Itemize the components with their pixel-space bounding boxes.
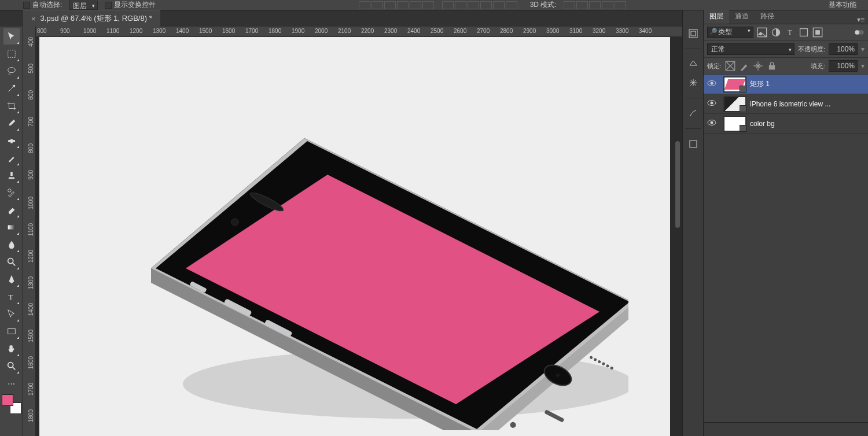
align-icon[interactable]	[372, 1, 383, 9]
align-icon[interactable]	[384, 1, 396, 9]
distribute-icon[interactable]	[455, 1, 466, 9]
move-tool[interactable]	[3, 28, 20, 45]
layer-filter-kind[interactable]: 类型	[707, 27, 753, 38]
color-swatches[interactable]	[2, 394, 21, 414]
opacity-input[interactable]: 100%	[829, 43, 858, 55]
visibility-toggle[interactable]	[704, 118, 720, 129]
mode3d-icon[interactable]	[589, 1, 601, 9]
filter-toggle[interactable]	[854, 27, 865, 38]
svg-point-20	[556, 374, 560, 377]
layer-thumbnail[interactable]	[723, 76, 746, 93]
lasso-tool[interactable]	[3, 63, 20, 79]
clone-stamp-tool[interactable]	[3, 167, 20, 183]
ruler-tick-label: 1700	[28, 383, 34, 396]
lock-image-icon[interactable]	[739, 61, 749, 71]
lock-position-icon[interactable]	[753, 61, 763, 71]
filter-type-icon[interactable]: T	[785, 27, 795, 38]
workspace-label[interactable]: 基本功能	[829, 0, 856, 10]
panel-menu-icon[interactable]: ▾≡	[854, 16, 868, 24]
history-brush-tool[interactable]	[3, 184, 20, 201]
show-transform-checkbox[interactable]	[105, 2, 112, 9]
ruler-tick-label: 1200	[28, 250, 34, 263]
blur-tool[interactable]	[3, 237, 20, 253]
distribute-icon[interactable]	[506, 1, 517, 9]
gradient-tool[interactable]	[3, 219, 20, 235]
history-panel-icon[interactable]	[686, 27, 700, 40]
swatches-panel-icon[interactable]	[686, 76, 700, 90]
mode3d-icon[interactable]	[615, 1, 626, 9]
filter-smart-icon[interactable]	[812, 27, 823, 38]
canvas-area[interactable]	[36, 37, 682, 436]
canvas-scrollbar[interactable]	[675, 37, 680, 436]
filter-pixel-icon[interactable]	[757, 27, 767, 38]
healing-brush-tool[interactable]	[3, 132, 20, 149]
foreground-color[interactable]	[2, 394, 13, 406]
ruler-tick-label: 2400	[407, 28, 420, 34]
fill-input[interactable]: 100%	[829, 60, 858, 72]
color-panel-icon[interactable]	[686, 57, 700, 71]
styles-panel-icon[interactable]	[686, 137, 700, 151]
fill-label: 填充:	[811, 62, 825, 71]
adjustments-panel-icon[interactable]	[686, 106, 700, 120]
panel-tabs: 图层 通道 路径 ▾≡	[704, 10, 868, 24]
hand-tool[interactable]	[3, 341, 20, 357]
blend-mode-select[interactable]: 正常	[707, 43, 795, 55]
lock-trans-icon[interactable]	[725, 61, 735, 71]
tab-channels[interactable]: 通道	[729, 9, 755, 24]
crop-tool[interactable]	[3, 98, 20, 114]
ruler-tick-label: 1000	[83, 28, 96, 34]
mode3d-icon[interactable]	[576, 1, 588, 9]
ruler-tick-label: 1800	[269, 28, 281, 34]
scrollbar-thumb[interactable]	[675, 141, 680, 228]
layer-name[interactable]: color bg	[750, 120, 865, 128]
svg-rect-22	[223, 298, 252, 317]
layer-row[interactable]: iPhone 6 isometric view ...	[704, 94, 868, 114]
layer-name[interactable]: 矩形 1	[750, 79, 865, 89]
mode3d-icon[interactable]	[564, 1, 575, 9]
layer-thumbnail[interactable]	[723, 116, 746, 132]
layer-name[interactable]: iPhone 6 isometric view ...	[750, 100, 865, 108]
path-select-tool[interactable]	[3, 306, 20, 322]
auto-select-checkbox[interactable]	[23, 2, 30, 9]
filter-shape-icon[interactable]	[799, 27, 809, 38]
close-icon[interactable]: ×	[31, 14, 36, 23]
document-tab[interactable]: × 3.psd @ 67.4% (矩形 1, RGB/8) *	[23, 10, 160, 27]
ruler-tick-label: 2500	[431, 28, 443, 34]
layer-list: 矩形 1iPhone 6 isometric view ...color bg	[704, 75, 868, 422]
align-icon[interactable]	[397, 1, 409, 9]
eyedropper-tool[interactable]	[3, 115, 20, 131]
distribute-icon[interactable]	[480, 1, 492, 9]
document-canvas[interactable]	[39, 37, 670, 436]
distribute-icon[interactable]	[468, 1, 479, 9]
pen-tool[interactable]	[3, 271, 20, 287]
layer-row[interactable]: color bg	[704, 114, 868, 134]
rect-marquee-tool[interactable]	[3, 46, 20, 62]
eraser-tool[interactable]	[3, 202, 20, 218]
brush-tool[interactable]	[3, 150, 20, 166]
lock-all-icon[interactable]	[767, 61, 777, 71]
rectangle-tool[interactable]	[3, 323, 20, 339]
visibility-toggle[interactable]	[704, 98, 720, 109]
ruler-tick-label: 2700	[477, 28, 490, 34]
type-tool[interactable]: T	[3, 289, 20, 305]
svg-point-24	[589, 356, 593, 360]
distribute-icon[interactable]	[442, 1, 454, 9]
auto-select-target-combo[interactable]: 图层	[69, 1, 98, 10]
zoom-tool[interactable]	[3, 358, 20, 374]
tab-paths[interactable]: 路径	[755, 9, 780, 24]
visibility-toggle[interactable]	[704, 79, 720, 90]
vertical-ruler[interactable]: 4005006007008009001000110012001300140015…	[23, 27, 36, 436]
magic-wand-tool[interactable]	[3, 80, 20, 97]
filter-adjust-icon[interactable]	[771, 27, 781, 38]
distribute-icon[interactable]	[493, 1, 505, 9]
layer-thumbnail[interactable]	[723, 96, 746, 112]
mode3d-icon[interactable]	[602, 1, 613, 9]
dodge-tool[interactable]	[3, 254, 20, 270]
align-icon[interactable]	[410, 1, 421, 9]
align-icon[interactable]	[359, 1, 370, 9]
align-icon[interactable]	[422, 1, 434, 9]
horizontal-ruler[interactable]: 8009001000110012001300140015001600170018…	[36, 27, 682, 37]
tab-layers[interactable]: 图层	[704, 9, 729, 24]
layer-row[interactable]: 矩形 1	[704, 75, 868, 94]
edit-toolbar[interactable]: ⋯	[3, 375, 20, 391]
